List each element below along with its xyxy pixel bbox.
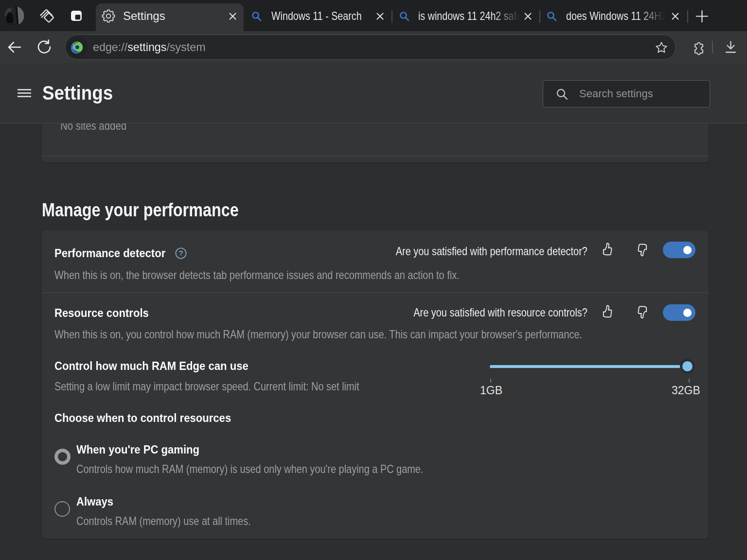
svg-text:?: ? bbox=[179, 249, 183, 257]
